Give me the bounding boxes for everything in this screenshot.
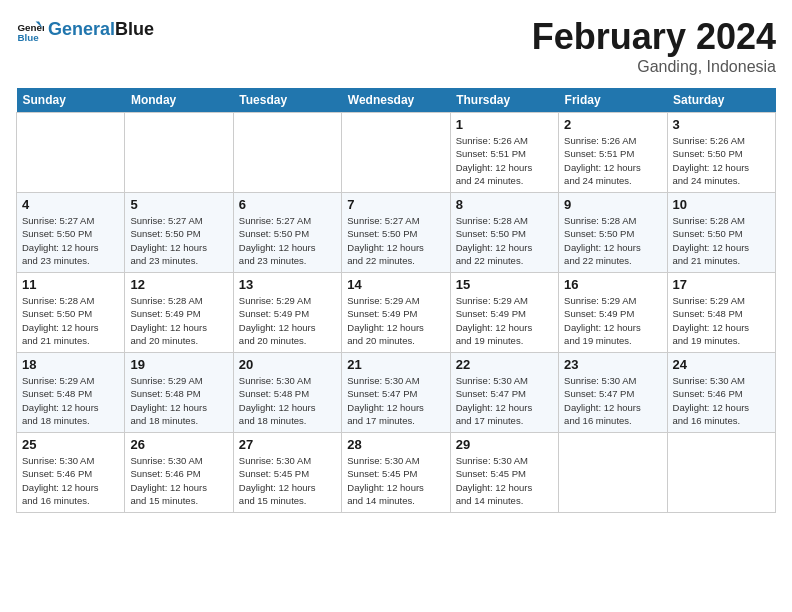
- day-number: 22: [456, 357, 553, 372]
- calendar-cell: 5Sunrise: 5:27 AM Sunset: 5:50 PM Daylig…: [125, 193, 233, 273]
- day-info: Sunrise: 5:29 AM Sunset: 5:48 PM Dayligh…: [130, 374, 227, 427]
- day-number: 29: [456, 437, 553, 452]
- day-info: Sunrise: 5:29 AM Sunset: 5:48 PM Dayligh…: [673, 294, 770, 347]
- calendar-cell: 22Sunrise: 5:30 AM Sunset: 5:47 PM Dayli…: [450, 353, 558, 433]
- day-number: 6: [239, 197, 336, 212]
- day-info: Sunrise: 5:30 AM Sunset: 5:46 PM Dayligh…: [673, 374, 770, 427]
- calendar-cell: 14Sunrise: 5:29 AM Sunset: 5:49 PM Dayli…: [342, 273, 450, 353]
- calendar-cell: 3Sunrise: 5:26 AM Sunset: 5:50 PM Daylig…: [667, 113, 775, 193]
- calendar-cell: 20Sunrise: 5:30 AM Sunset: 5:48 PM Dayli…: [233, 353, 341, 433]
- day-number: 7: [347, 197, 444, 212]
- day-info: Sunrise: 5:30 AM Sunset: 5:47 PM Dayligh…: [456, 374, 553, 427]
- day-number: 11: [22, 277, 119, 292]
- day-info: Sunrise: 5:26 AM Sunset: 5:51 PM Dayligh…: [564, 134, 661, 187]
- calendar-cell: 7Sunrise: 5:27 AM Sunset: 5:50 PM Daylig…: [342, 193, 450, 273]
- day-info: Sunrise: 5:27 AM Sunset: 5:50 PM Dayligh…: [347, 214, 444, 267]
- calendar-cell: 4Sunrise: 5:27 AM Sunset: 5:50 PM Daylig…: [17, 193, 125, 273]
- day-info: Sunrise: 5:29 AM Sunset: 5:49 PM Dayligh…: [456, 294, 553, 347]
- day-number: 9: [564, 197, 661, 212]
- col-header-sunday: Sunday: [17, 88, 125, 113]
- day-info: Sunrise: 5:28 AM Sunset: 5:50 PM Dayligh…: [456, 214, 553, 267]
- calendar-cell: 15Sunrise: 5:29 AM Sunset: 5:49 PM Dayli…: [450, 273, 558, 353]
- calendar-cell: 21Sunrise: 5:30 AM Sunset: 5:47 PM Dayli…: [342, 353, 450, 433]
- day-number: 27: [239, 437, 336, 452]
- col-header-wednesday: Wednesday: [342, 88, 450, 113]
- calendar-cell: 6Sunrise: 5:27 AM Sunset: 5:50 PM Daylig…: [233, 193, 341, 273]
- day-info: Sunrise: 5:28 AM Sunset: 5:50 PM Dayligh…: [564, 214, 661, 267]
- col-header-tuesday: Tuesday: [233, 88, 341, 113]
- day-info: Sunrise: 5:27 AM Sunset: 5:50 PM Dayligh…: [22, 214, 119, 267]
- calendar-cell: 18Sunrise: 5:29 AM Sunset: 5:48 PM Dayli…: [17, 353, 125, 433]
- calendar-cell: [233, 113, 341, 193]
- calendar-cell: 26Sunrise: 5:30 AM Sunset: 5:46 PM Dayli…: [125, 433, 233, 513]
- day-number: 26: [130, 437, 227, 452]
- day-number: 15: [456, 277, 553, 292]
- day-number: 16: [564, 277, 661, 292]
- calendar-cell: 9Sunrise: 5:28 AM Sunset: 5:50 PM Daylig…: [559, 193, 667, 273]
- day-number: 20: [239, 357, 336, 372]
- day-number: 14: [347, 277, 444, 292]
- calendar-table: SundayMondayTuesdayWednesdayThursdayFrid…: [16, 88, 776, 513]
- svg-text:Blue: Blue: [17, 32, 39, 43]
- calendar-cell: 2Sunrise: 5:26 AM Sunset: 5:51 PM Daylig…: [559, 113, 667, 193]
- calendar-cell: 24Sunrise: 5:30 AM Sunset: 5:46 PM Dayli…: [667, 353, 775, 433]
- week-row-1: 1Sunrise: 5:26 AM Sunset: 5:51 PM Daylig…: [17, 113, 776, 193]
- day-info: Sunrise: 5:27 AM Sunset: 5:50 PM Dayligh…: [130, 214, 227, 267]
- day-number: 8: [456, 197, 553, 212]
- calendar-cell: 25Sunrise: 5:30 AM Sunset: 5:46 PM Dayli…: [17, 433, 125, 513]
- day-number: 12: [130, 277, 227, 292]
- calendar-cell: 10Sunrise: 5:28 AM Sunset: 5:50 PM Dayli…: [667, 193, 775, 273]
- calendar-cell: 12Sunrise: 5:28 AM Sunset: 5:49 PM Dayli…: [125, 273, 233, 353]
- col-header-saturday: Saturday: [667, 88, 775, 113]
- day-number: 13: [239, 277, 336, 292]
- day-info: Sunrise: 5:29 AM Sunset: 5:49 PM Dayligh…: [239, 294, 336, 347]
- day-info: Sunrise: 5:28 AM Sunset: 5:50 PM Dayligh…: [673, 214, 770, 267]
- calendar-cell: [17, 113, 125, 193]
- day-number: 17: [673, 277, 770, 292]
- week-row-5: 25Sunrise: 5:30 AM Sunset: 5:46 PM Dayli…: [17, 433, 776, 513]
- week-row-3: 11Sunrise: 5:28 AM Sunset: 5:50 PM Dayli…: [17, 273, 776, 353]
- day-info: Sunrise: 5:28 AM Sunset: 5:50 PM Dayligh…: [22, 294, 119, 347]
- header: General Blue GeneralBlue February 2024 G…: [16, 16, 776, 76]
- calendar-cell: 19Sunrise: 5:29 AM Sunset: 5:48 PM Dayli…: [125, 353, 233, 433]
- day-info: Sunrise: 5:26 AM Sunset: 5:50 PM Dayligh…: [673, 134, 770, 187]
- calendar-cell: [667, 433, 775, 513]
- calendar-cell: 13Sunrise: 5:29 AM Sunset: 5:49 PM Dayli…: [233, 273, 341, 353]
- day-info: Sunrise: 5:30 AM Sunset: 5:46 PM Dayligh…: [130, 454, 227, 507]
- day-info: Sunrise: 5:30 AM Sunset: 5:45 PM Dayligh…: [456, 454, 553, 507]
- day-number: 21: [347, 357, 444, 372]
- day-info: Sunrise: 5:30 AM Sunset: 5:45 PM Dayligh…: [347, 454, 444, 507]
- month-title: February 2024: [532, 16, 776, 58]
- calendar-cell: 1Sunrise: 5:26 AM Sunset: 5:51 PM Daylig…: [450, 113, 558, 193]
- calendar-cell: 28Sunrise: 5:30 AM Sunset: 5:45 PM Dayli…: [342, 433, 450, 513]
- day-number: 28: [347, 437, 444, 452]
- calendar-header-row: SundayMondayTuesdayWednesdayThursdayFrid…: [17, 88, 776, 113]
- col-header-friday: Friday: [559, 88, 667, 113]
- day-number: 4: [22, 197, 119, 212]
- calendar-cell: 17Sunrise: 5:29 AM Sunset: 5:48 PM Dayli…: [667, 273, 775, 353]
- day-info: Sunrise: 5:26 AM Sunset: 5:51 PM Dayligh…: [456, 134, 553, 187]
- day-number: 5: [130, 197, 227, 212]
- day-number: 25: [22, 437, 119, 452]
- day-info: Sunrise: 5:29 AM Sunset: 5:48 PM Dayligh…: [22, 374, 119, 427]
- logo-text: GeneralBlue: [48, 20, 154, 40]
- day-info: Sunrise: 5:29 AM Sunset: 5:49 PM Dayligh…: [564, 294, 661, 347]
- calendar-cell: [342, 113, 450, 193]
- day-number: 1: [456, 117, 553, 132]
- day-number: 23: [564, 357, 661, 372]
- day-info: Sunrise: 5:30 AM Sunset: 5:47 PM Dayligh…: [564, 374, 661, 427]
- day-number: 18: [22, 357, 119, 372]
- day-info: Sunrise: 5:27 AM Sunset: 5:50 PM Dayligh…: [239, 214, 336, 267]
- title-area: February 2024 Ganding, Indonesia: [532, 16, 776, 76]
- day-info: Sunrise: 5:30 AM Sunset: 5:47 PM Dayligh…: [347, 374, 444, 427]
- calendar-cell: 8Sunrise: 5:28 AM Sunset: 5:50 PM Daylig…: [450, 193, 558, 273]
- calendar-cell: 23Sunrise: 5:30 AM Sunset: 5:47 PM Dayli…: [559, 353, 667, 433]
- logo: General Blue GeneralBlue: [16, 16, 154, 44]
- calendar-cell: 27Sunrise: 5:30 AM Sunset: 5:45 PM Dayli…: [233, 433, 341, 513]
- week-row-2: 4Sunrise: 5:27 AM Sunset: 5:50 PM Daylig…: [17, 193, 776, 273]
- day-info: Sunrise: 5:30 AM Sunset: 5:48 PM Dayligh…: [239, 374, 336, 427]
- col-header-monday: Monday: [125, 88, 233, 113]
- day-info: Sunrise: 5:29 AM Sunset: 5:49 PM Dayligh…: [347, 294, 444, 347]
- day-info: Sunrise: 5:30 AM Sunset: 5:46 PM Dayligh…: [22, 454, 119, 507]
- day-number: 10: [673, 197, 770, 212]
